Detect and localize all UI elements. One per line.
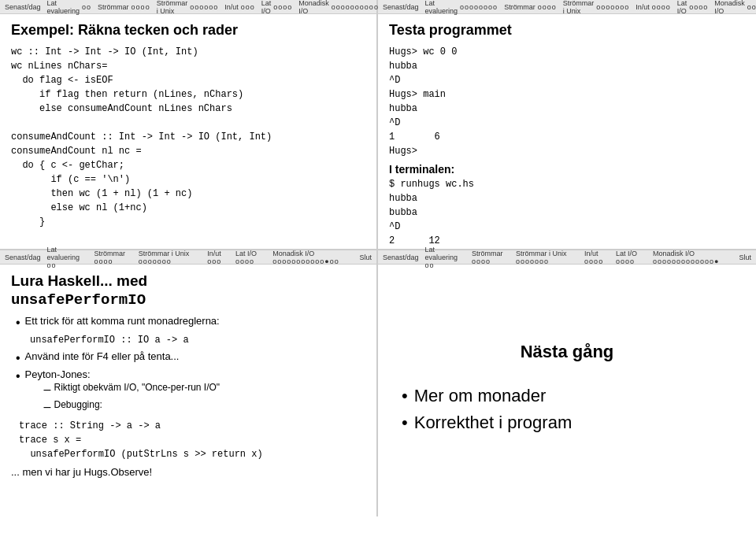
top-left-code: wc :: Int -> Int -> IO (Int, Int) wc nLi… [11,45,365,229]
bullet-2-text: Använd inte för F4 eller på tenta... [25,350,180,362]
nav-item-unix-2: Strömmar i Unix ooooooo [563,0,630,15]
bottom-bullet-list-2: Använd inte för F4 eller på tenta... Pey… [11,350,365,416]
observe-text: ... men vi har ju Hugs.Observe! [11,466,365,478]
bullet-3-text: Peyton-Jones: [25,368,91,380]
nav-b-latio-2: Lat I/O oooo [616,250,647,265]
nav-b-inut-2: In/ut oooo [584,250,610,265]
bottom-bullet-list: Ett trick för att komma runt monadregler… [11,315,365,330]
nav-b-strommar-1: Strömmar oooo [94,250,132,265]
top-left-title: Exempel: Räkna tecken och rader [11,22,365,39]
top-right-title: Testa programmet [389,22,745,39]
next-bullet-2: Korrekthet i program [402,413,745,433]
trace-code: trace :: String -> a -> a trace s x = un… [11,419,365,461]
bullet-3-content: Peyton-Jones: Riktigt obekväm I/O, "Once… [25,368,220,415]
terminal-label: I terminalen: [389,163,745,176]
bottom-right-nav: Senast/dag Lat evaluering oo Strömmar oo… [378,250,756,265]
bottom-right-panel: Nästa gång Mer om monader Korrekthet i p… [378,265,756,516]
nav-item-inut-1: In/ut ooo [224,3,255,11]
nav-b-unix-1: Strömmar i Unix ooooooo [139,250,202,265]
bottom-left-panel: Lura Haskell... med unsafePerformIO Ett … [0,265,378,516]
nav-item-senastdag-2: Senast/dag [383,3,419,11]
nav-item-strommar-1: Strömmar oooo [98,3,150,11]
nav-item-unix-1: Strömmar i Unix oooooo [157,0,219,15]
nav-item-latio-2: Lat I/O oooo [677,0,709,15]
bullet-1-text: Ett trick för att komma runt monadregler… [25,315,220,327]
nav-item-latio-1: Lat I/O oooo [261,0,293,15]
bottom-left-title: Lura Haskell... med [11,272,365,290]
next-time-list: Mer om monader Korrekthet i program [389,386,745,439]
sub-bullet-2-text: Debugging: [54,399,102,410]
nav-item-lat-2: Lat evaluering oooooooo [425,0,498,15]
next-bullet-1-text: Mer om monader [414,386,547,406]
sub-bullet-1-text: Riktigt obekväm I/O, "Once-per-run I/O" [54,382,220,393]
nav-b-senastdag-1: Senast/dag [5,254,41,261]
terminal-shell: $ runhugs wc.hs hubba bubba ^D 2 12 $ [389,177,745,249]
nav-b-slut-2: Slut [739,254,751,261]
bullet-2: Använd inte för F4 eller på tenta... [16,350,365,365]
next-bullet-1: Mer om monader [402,386,745,406]
terminal-output: Hugs> wc 0 0 hubba ^D Hugs> main hubba ^… [389,45,745,158]
nav-b-monadisk-1: Monadisk I/O ooooooooooo●oo [272,250,353,265]
nav-b-monadisk-2: Monadisk I/O ooooooooooooo● [653,250,733,265]
top-left-panel: Exempel: Räkna tecken och rader wc :: In… [0,14,378,249]
nav-b-slut-1: Slut [359,254,372,261]
top-right-panel: Testa programmet Hugs> wc 0 0 hubba ^D H… [378,14,756,249]
bottom-left-nav: Senast/dag Lat evaluering oo Strömmar oo… [0,250,378,265]
nav-b-unix-2: Strömmar i Unix ooooooo [516,250,578,265]
nav-b-strommar-2: Strömmar oooo [472,250,510,265]
nav-item-monadisk-1: Monadisk I/O ooooooooooo● [298,0,388,15]
sub-bullet-1: Riktigt obekväm I/O, "Once-per-run I/O" [44,382,220,397]
bottom-right-title: Nästa gång [389,342,745,362]
nav-b-senastdag-2: Senast/dag [383,254,419,261]
nav-item-lat-1: Lat evaluering oo [47,0,92,15]
nav-item-senastdag-1: Senast/dag [5,3,41,11]
top-right-nav: Senast/dag Lat evaluering oooooooo Ström… [378,0,756,14]
nav-item-monadisk-2: Monadisk I/O oooooooooooo● [714,0,756,15]
next-bullet-2-text: Korrekthet i program [414,413,573,433]
top-left-nav: Senast/dag Lat evaluering oo Strömmar oo… [0,0,378,14]
sub-bullet-list: Riktigt obekväm I/O, "Once-per-run I/O" … [25,382,220,413]
bottom-left-subtitle: unsafePerformIO [11,291,365,309]
nav-item-strommar-2: Strömmar oooo [504,3,557,11]
bullet-1: Ett trick för att komma runt monadregler… [16,315,365,330]
nav-item-inut-2: In/ut oooo [636,3,671,11]
sub-bullet-2: Debugging: [44,399,220,414]
nav-b-inut-1: In/ut ooo [207,250,229,265]
unsafe-type-sig: unsafePerformIO :: IO a -> a [11,333,365,347]
nav-b-latio-1: Lat I/O oooo [235,250,266,265]
bullet-3: Peyton-Jones: Riktigt obekväm I/O, "Once… [16,368,365,415]
